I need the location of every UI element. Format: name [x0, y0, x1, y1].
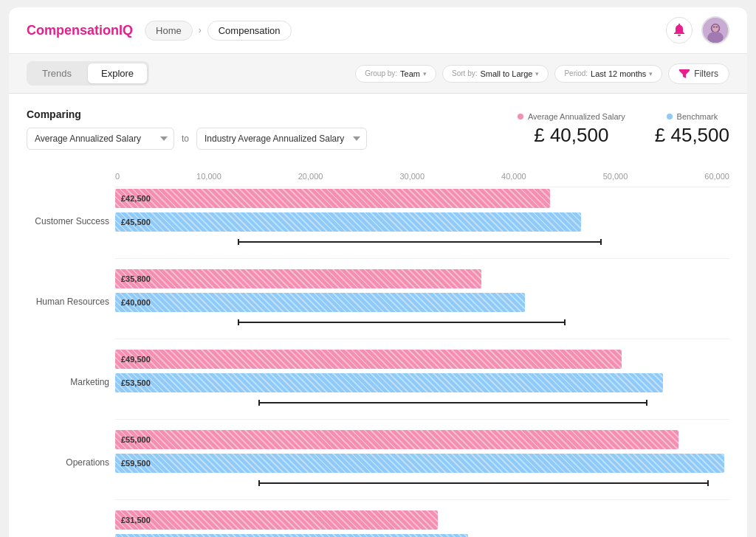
bar-pink: £31,500: [115, 510, 438, 530]
benchmark-dot: [667, 114, 673, 119]
svg-point-3: [712, 24, 719, 32]
main-content: Comparing Average Annualized Salary to I…: [9, 94, 747, 537]
bar-row-pink: £42,500: [115, 187, 729, 209]
bar-blue: £45,500: [115, 212, 581, 232]
svg-point-5: [715, 27, 718, 28]
avatar[interactable]: [701, 16, 729, 44]
breadcrumb: Home › Compensation: [145, 21, 292, 41]
header-left: CompensationIQ Home › Compensation: [27, 21, 292, 41]
whisker-row: [115, 235, 729, 249]
bar-row-blue: £45,500: [115, 211, 729, 233]
app-container: CompensationIQ Home › Compensation: [9, 7, 747, 537]
chart-group: Operations£55,000£59,500: [115, 429, 729, 496]
svg-point-2: [707, 32, 723, 44]
benchmark-legend: Benchmark: [655, 112, 729, 121]
comparing-section: Comparing Average Annualized Salary to I…: [27, 108, 729, 150]
salary-value: £ 40,500: [518, 124, 625, 147]
breadcrumb-arrow: ›: [199, 25, 202, 35]
breadcrumb-home[interactable]: Home: [145, 21, 193, 41]
bar-row-blue: £59,500: [115, 452, 729, 474]
bar-blue: £59,500: [115, 454, 724, 473]
whisker: [258, 482, 709, 484]
comparing-left: Comparing Average Annualized Salary to I…: [27, 108, 367, 150]
bar-row-blue: £40,000: [115, 291, 729, 313]
bar-pink-label: £42,500: [121, 194, 151, 203]
axis-label: 0: [115, 172, 120, 181]
notification-bell-icon[interactable]: [666, 17, 693, 44]
axis-label: 60,000: [704, 172, 729, 181]
chart-group: Human Resources£35,800£40,000: [115, 268, 729, 336]
chart-container: 010,00020,00030,00040,00050,00060,000 Cu…: [27, 164, 729, 537]
benchmark-legend-label: Benchmark: [677, 112, 718, 121]
bar-blue-label: £45,500: [121, 218, 151, 226]
bar-blue: £40,000: [115, 293, 525, 312]
bar-blue: £53,500: [115, 373, 663, 392]
filters-button[interactable]: Filters: [668, 63, 729, 84]
whisker-row: [115, 395, 729, 410]
sort-by-control[interactable]: Sort by: Small to Large ▾: [442, 65, 549, 83]
axis-label: 10,000: [196, 172, 221, 181]
chart-separator: [115, 419, 729, 420]
tabs-bar: Trends Explore Group by: Team ▾ Sort by:…: [9, 54, 747, 94]
chart-separator: [115, 258, 729, 259]
filters-label: Filters: [694, 69, 718, 79]
whisker: [238, 322, 566, 323]
chart-group-label: Human Resources: [28, 297, 109, 307]
salary-legend: Average Annualized Salary: [518, 112, 625, 121]
bar-pink-label: £49,500: [121, 355, 151, 364]
salary-dot: [518, 114, 523, 119]
svg-point-4: [713, 27, 715, 28]
bar-pink-label: £31,500: [121, 516, 151, 524]
breadcrumb-current[interactable]: Compensation: [207, 21, 292, 41]
tabs-group: Trends Explore: [27, 61, 149, 86]
sort-by-label: Sort by:: [452, 69, 477, 77]
header: CompensationIQ Home › Compensation: [9, 7, 747, 54]
bar-pink: £35,800: [115, 269, 481, 288]
bar-row-pink: £35,800: [115, 268, 729, 290]
chevron-down-icon: ▾: [423, 70, 427, 77]
axis-label: 20,000: [298, 172, 323, 181]
tab-trends[interactable]: Trends: [29, 63, 85, 83]
benchmark-metric: Benchmark £ 45,500: [655, 112, 729, 147]
bar-row-pink: £55,000: [115, 429, 729, 451]
bar-blue-label: £53,500: [121, 378, 151, 387]
axis-label: 40,000: [501, 172, 526, 181]
chevron-down-icon: ▾: [535, 70, 539, 77]
chart-group-label: Marketing: [28, 377, 109, 387]
logo-text-accent: IQ: [119, 23, 133, 38]
group-by-control[interactable]: Group by: Team ▾: [355, 65, 436, 83]
chart-group-label: Customer Success: [28, 216, 109, 226]
bar-blue-label: £40,000: [121, 298, 151, 307]
comparing-title: Comparing: [27, 108, 367, 120]
bar-pink: £55,000: [115, 430, 678, 449]
bar-row-blue: £53,500: [115, 372, 729, 394]
comparing-controls: Average Annualized Salary to Industry Av…: [27, 128, 367, 150]
header-right: [666, 16, 729, 44]
benchmark-value: £ 45,500: [655, 124, 729, 147]
chart-group-label: Operations: [28, 457, 109, 468]
axis-label: 30,000: [399, 172, 425, 181]
whisker-row: [115, 315, 729, 330]
compare-select-2[interactable]: Industry Average Annualized Salary: [196, 128, 367, 150]
tab-explore[interactable]: Explore: [88, 63, 147, 83]
chart-group: Product£31,500£34,500: [115, 509, 729, 537]
logo: CompensationIQ: [27, 23, 133, 38]
chart-separator: [115, 339, 729, 339]
to-label: to: [182, 134, 189, 144]
period-label: Period:: [564, 69, 588, 77]
whisker: [238, 241, 601, 243]
controls-group: Group by: Team ▾ Sort by: Small to Large…: [355, 63, 729, 84]
bar-row-pink: £49,500: [115, 348, 729, 370]
chart-group: Customer Success£42,500£45,500: [115, 187, 729, 255]
bar-pink-label: £35,800: [121, 274, 151, 283]
period-value: Last 12 months: [591, 69, 646, 78]
whisker: [258, 402, 647, 403]
period-control[interactable]: Period: Last 12 months ▾: [554, 65, 662, 83]
group-by-value: Team: [400, 69, 420, 78]
compare-select-1[interactable]: Average Annualized Salary: [27, 128, 174, 150]
chart-group: Marketing£49,500£53,500: [115, 348, 729, 416]
chart-body: Customer Success£42,500£45,500Human Reso…: [115, 187, 729, 537]
logo-text-main: Compensation: [27, 23, 119, 38]
chart-separator: [115, 499, 729, 500]
salary-legend-label: Average Annualized Salary: [528, 112, 625, 121]
